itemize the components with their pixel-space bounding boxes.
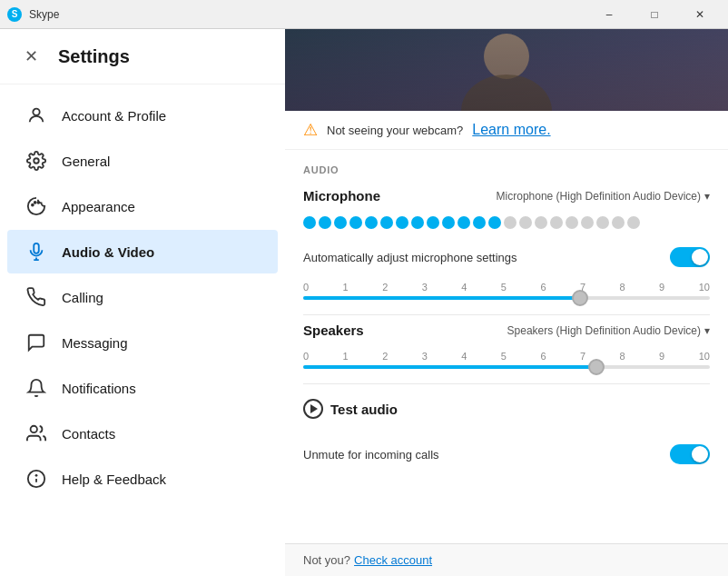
- s-tick-9: 9: [659, 351, 664, 362]
- speakers-row: Speakers Speakers (High Definition Audio…: [303, 323, 710, 338]
- svg-point-1: [34, 158, 39, 164]
- svg-point-3: [34, 202, 36, 204]
- titlebar: S Skype – □ ✕: [0, 0, 728, 29]
- unmute-row: Unmute for incoming calls: [303, 437, 710, 472]
- nav-item-help[interactable]: Help & Feedback: [7, 457, 278, 501]
- maximize-button[interactable]: □: [634, 0, 675, 29]
- warning-text: Not seeing your webcam?: [327, 124, 463, 137]
- divider-2: [303, 383, 710, 384]
- settings-content: ⚠ Not seeing your webcam? Learn more. AU…: [285, 29, 728, 576]
- nav-item-notifications[interactable]: Notifications: [7, 366, 278, 410]
- settings-title: Settings: [58, 46, 130, 67]
- microphone-slider[interactable]: [303, 296, 710, 300]
- webcam-preview: [285, 29, 728, 111]
- s-tick-4: 4: [461, 351, 467, 362]
- nav-label-appearance: Appearance: [62, 199, 135, 214]
- microphone-dropdown[interactable]: Microphone (High Definition Audio Device…: [497, 190, 710, 203]
- microphone-device-name: Microphone (High Definition Audio Device…: [497, 190, 701, 203]
- contacts-icon: [25, 422, 47, 444]
- nav-item-calling[interactable]: Calling: [7, 275, 278, 319]
- tick-5: 5: [501, 282, 507, 293]
- nav-label-notifications: Notifications: [62, 381, 136, 396]
- s-tick-7: 7: [580, 351, 585, 362]
- nav-label-account: Account & Profile: [62, 108, 166, 124]
- dropdown-arrow-icon: ▾: [704, 190, 710, 203]
- check-account-link[interactable]: Check account: [354, 553, 432, 567]
- divider-1: [303, 314, 710, 315]
- speakers-dropdown-arrow-icon: ▾: [704, 324, 710, 337]
- titlebar-controls: – □ ✕: [588, 0, 721, 29]
- palette-icon: [25, 195, 47, 217]
- nav-item-account[interactable]: Account & Profile: [7, 94, 278, 137]
- unmute-label: Unmute for incoming calls: [303, 448, 439, 462]
- s-tick-6: 6: [540, 351, 546, 362]
- dot-2: [319, 216, 331, 229]
- speakers-device-name: Speakers (High Definition Audio Device): [507, 324, 701, 337]
- skype-logo-icon: S: [7, 7, 22, 22]
- microphone-slider-container: 0 1 2 3 4 5 6 7 8 9 10: [303, 282, 710, 300]
- nav-label-calling: Calling: [62, 290, 103, 305]
- titlebar-left: S Skype: [7, 7, 59, 22]
- audio-section-label: AUDIO: [303, 164, 710, 175]
- close-button[interactable]: ✕: [679, 0, 721, 29]
- dot-15: [519, 216, 532, 229]
- microphone-level-dots: [303, 216, 710, 229]
- tick-10: 10: [699, 282, 710, 293]
- slider-thumb-2[interactable]: [588, 359, 605, 375]
- speakers-slider-container: 0 1 2 3 4 5 6 7 8 9 10: [303, 351, 710, 369]
- dot-19: [581, 216, 594, 229]
- titlebar-title: Skype: [29, 8, 59, 21]
- settings-close-button[interactable]: ✕: [18, 44, 44, 69]
- svg-point-12: [461, 74, 552, 111]
- svg-point-0: [33, 109, 39, 115]
- dot-3: [334, 216, 347, 229]
- nav-label-messaging: Messaging: [62, 335, 128, 351]
- speakers-dropdown[interactable]: Speakers (High Definition Audio Device) …: [507, 324, 710, 337]
- dot-11: [457, 216, 470, 229]
- nav-item-audio-video[interactable]: Audio & Video: [7, 230, 278, 273]
- app-container: ✕ Settings Account & Profile: [0, 29, 728, 576]
- info-icon: [25, 468, 47, 490]
- play-icon: [303, 399, 323, 419]
- dot-14: [504, 216, 516, 229]
- nav-item-contacts[interactable]: Contacts: [7, 412, 278, 455]
- dot-20: [596, 216, 609, 229]
- speakers-slider[interactable]: [303, 365, 710, 369]
- svg-point-4: [37, 202, 39, 204]
- svg-point-6: [31, 426, 37, 432]
- microphone-row: Microphone Microphone (High Definition A…: [303, 188, 710, 204]
- tick-4: 4: [461, 282, 467, 293]
- nav-item-appearance[interactable]: Appearance: [7, 184, 278, 228]
- s-tick-8: 8: [620, 351, 625, 362]
- tick-1: 1: [343, 282, 349, 293]
- auto-adjust-toggle[interactable]: [670, 247, 710, 267]
- settings-header: ✕ Settings: [0, 29, 285, 84]
- nav-item-messaging[interactable]: Messaging: [7, 321, 278, 364]
- dot-13: [488, 216, 501, 229]
- settings-panel: ✕ Settings Account & Profile: [0, 29, 285, 576]
- slider-thumb-1[interactable]: [572, 290, 588, 306]
- bell-icon: [25, 377, 47, 399]
- test-audio-button[interactable]: Test audio: [303, 392, 710, 426]
- dot-6: [380, 216, 393, 229]
- not-you-text: Not you?: [303, 553, 350, 567]
- dot-4: [349, 216, 362, 229]
- slider-fill-2: [303, 365, 596, 369]
- slider-fill-1: [303, 296, 580, 300]
- unmute-toggle-knob: [692, 446, 708, 462]
- dot-8: [411, 216, 424, 229]
- dot-18: [566, 216, 578, 229]
- s-tick-1: 1: [343, 351, 349, 362]
- tick-6: 6: [540, 282, 546, 293]
- mic-icon: [25, 241, 47, 263]
- auto-adjust-label: Automatically adjust microphone settings: [303, 251, 517, 264]
- svg-point-2: [32, 204, 34, 206]
- dot-10: [442, 216, 455, 229]
- nav-item-general[interactable]: General: [7, 139, 278, 183]
- tick-2: 2: [382, 282, 388, 293]
- learn-more-link[interactable]: Learn more.: [472, 122, 550, 138]
- minimize-button[interactable]: –: [588, 0, 630, 29]
- s-tick-0: 0: [303, 351, 309, 362]
- unmute-toggle[interactable]: [670, 444, 710, 464]
- person-icon: [25, 104, 47, 126]
